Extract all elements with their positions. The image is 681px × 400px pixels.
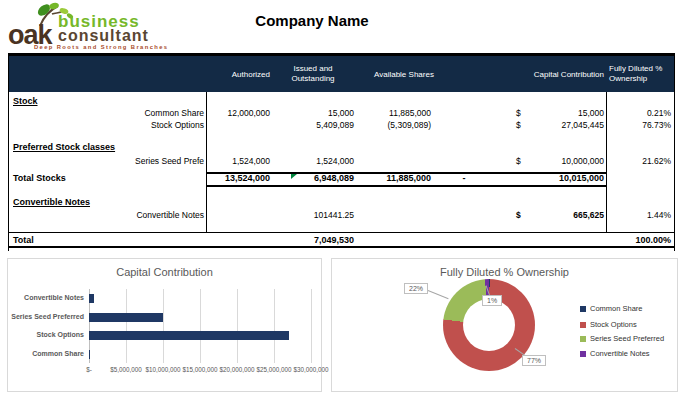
table-row-total: Total 7,049,530 100.00% <box>9 232 674 248</box>
legend-label: Common Share <box>590 304 643 313</box>
row-label: Convertible Notes <box>69 209 204 221</box>
cap-table: Authorized Issued and Outstanding Availa… <box>8 53 675 251</box>
issued-value: 101441.25 <box>270 209 354 221</box>
table-row-total-stocks: Total Stocks 13,524,000 6,948,089 11,885… <box>9 172 674 187</box>
available-value: 11,885,000 <box>357 107 431 119</box>
col-header-authorized: Authorized <box>208 70 270 79</box>
bar-row <box>89 326 311 345</box>
capital-value: 15,000 <box>526 107 604 119</box>
issued-value: 1,524,000 <box>270 155 354 167</box>
issued-value: 7,049,530 <box>270 233 354 248</box>
legend-item: Series Seed Preferred <box>580 334 664 343</box>
col-header-diluted-line2: Ownership <box>609 74 671 84</box>
capital-value: 27,045,445 <box>526 119 604 131</box>
legend-label: Stock Options <box>590 320 637 329</box>
data-label-series-seed: 22% <box>404 283 428 294</box>
page-title: Company Name <box>0 12 624 29</box>
gridline <box>311 289 312 363</box>
data-label-stock-options: 77% <box>522 355 546 366</box>
table-header-row: Authorized Issued and Outstanding Availa… <box>9 56 674 92</box>
diluted-value: 100.00% <box>609 233 671 248</box>
table-row-series-seed: Series Seed Prefe 1,524,000 1,524,000 $ … <box>9 155 674 167</box>
bar-plot-area <box>89 289 311 363</box>
section-convertible-notes: Convertible Notes <box>13 197 90 207</box>
authorized-value: 13,524,000 <box>208 172 270 185</box>
bar-stock-options <box>89 331 289 340</box>
diluted-value: 76.73% <box>609 119 671 131</box>
legend-swatch-series-seed <box>580 336 586 342</box>
cap-table-sheet: oak business consultant Deep Roots and S… <box>0 0 681 400</box>
section-stock: Stock <box>13 96 38 106</box>
authorized-value: 12,000,000 <box>208 107 270 119</box>
table-row-convertible-notes: Convertible Notes 101441.25 $ 665,625 1.… <box>9 209 674 221</box>
diluted-value: 1.44% <box>609 209 671 221</box>
authorized-value: 1,524,000 <box>208 155 270 167</box>
label-leader-line <box>428 290 449 299</box>
row-label: Common Share <box>69 107 204 119</box>
capital-value: 10,000,000 <box>526 155 604 167</box>
available-value: 11,885,000 <box>357 172 431 185</box>
bar-category-label: Series Seed Preferred <box>8 308 84 327</box>
col-header-issued-line2: Outstanding <box>270 74 356 84</box>
bar-chart-title: Capital Contribution <box>8 266 321 278</box>
col-header-capital-contribution: Capital Contribution <box>507 70 604 79</box>
legend-swatch-convertible-notes <box>580 351 586 357</box>
data-label-convertible-notes: 1% <box>482 295 502 306</box>
legend-label: Convertible Notes <box>590 349 650 358</box>
bar-row <box>89 345 311 364</box>
col-header-available-shares: Available Shares <box>374 70 434 79</box>
diluted-value: 21.62% <box>609 155 671 167</box>
issued-value: 6,948,089 <box>270 172 354 185</box>
dash-value: - <box>434 172 494 185</box>
row-label: Stock Options <box>69 119 204 131</box>
table-row-common-share: Common Share 12,000,000 15,000 11,885,00… <box>9 107 674 119</box>
row-label: Total Stocks <box>13 172 66 185</box>
legend-swatch-stock-options <box>580 322 586 328</box>
issued-value: 15,000 <box>270 107 354 119</box>
bar-category-label: Stock Options <box>8 326 84 345</box>
col-header-issued-outstanding: Issued and Outstanding <box>270 64 356 84</box>
col-header-diluted-line1: Fully Diluted % <box>609 64 671 74</box>
col-header-fully-diluted: Fully Diluted % Ownership <box>609 64 671 84</box>
available-value: (5,309,089) <box>357 119 431 131</box>
bar-convertible-notes <box>89 294 94 303</box>
bar-row <box>89 289 311 308</box>
bar-row <box>89 308 311 327</box>
bar-category-label: Convertible Notes <box>8 289 84 308</box>
issued-value: 5,409,089 <box>270 119 354 131</box>
legend-label: Series Seed Preferred <box>590 334 664 343</box>
donut-chart-title: Fully Diluted % Ownership <box>332 266 677 278</box>
diluted-value: 0.21% <box>609 107 671 119</box>
col-header-issued-line1: Issued and <box>270 64 356 74</box>
section-preferred: Preferred Stock classes <box>13 142 115 152</box>
fully-diluted-ownership-chart: Fully Diluted % Ownership 22% 1% 77% Com… <box>331 258 678 392</box>
logo-consultant-text: consultant <box>58 27 149 45</box>
row-label: Series Seed Prefe <box>69 155 204 167</box>
legend-item: Convertible Notes <box>580 349 650 358</box>
capital-value: 10,015,000 <box>526 172 604 185</box>
capital-value: 665,625 <box>526 209 604 221</box>
x-axis-tick: $30,000,000 <box>288 366 334 373</box>
legend-swatch-common-share <box>580 306 586 312</box>
legend-item: Stock Options <box>580 320 637 329</box>
table-row-stock-options: Stock Options 5,409,089 (5,309,089) $ 27… <box>9 119 674 131</box>
bar-category-label: Common Share <box>8 345 84 364</box>
capital-contribution-chart: Capital Contribution Convertible Notes S… <box>7 258 322 392</box>
row-label: Total <box>13 233 34 248</box>
legend-item: Common Share <box>580 304 643 313</box>
logo-tagline: Deep Roots and Strong Branches <box>34 44 168 50</box>
bar-series-seed-preferred <box>89 313 163 322</box>
